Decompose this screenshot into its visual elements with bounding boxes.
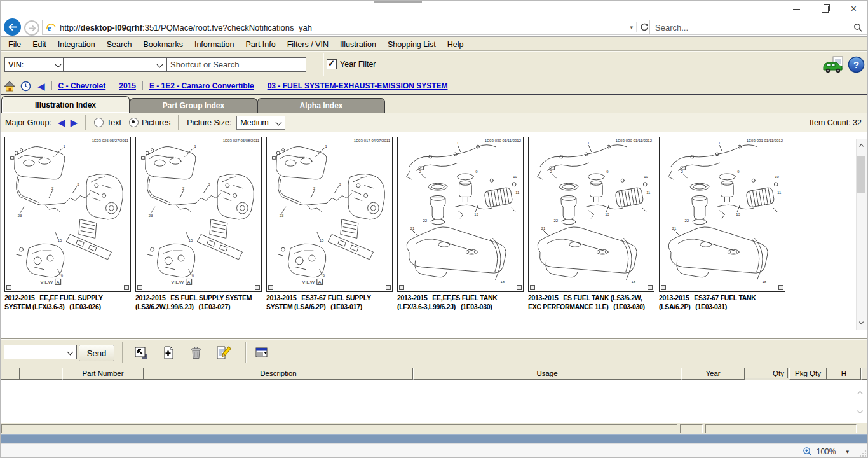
header-blank-col[interactable] xyxy=(20,368,62,380)
zoom-level: 100% xyxy=(817,447,836,456)
scroll-down-icon[interactable] xyxy=(858,320,864,326)
illustration-caption[interactable]: 2012-2015 ES FUEL SUPPLY SYSTEM (LS3/6.2… xyxy=(135,294,261,311)
close-button[interactable]: × xyxy=(839,0,868,18)
menu-integration[interactable]: Integration xyxy=(52,38,101,52)
forward-button[interactable] xyxy=(24,20,39,36)
send-button[interactable]: Send xyxy=(79,345,114,361)
illustration-caption[interactable]: 2013-2015 ES FUEL TANK (LS3/6.2W, EXC PE… xyxy=(528,294,654,311)
refresh-icon[interactable] xyxy=(640,23,649,32)
help-button[interactable]: ? xyxy=(848,56,865,76)
home-icon[interactable] xyxy=(4,81,15,92)
vehicle-report-button[interactable] xyxy=(822,56,845,76)
major-group-prev-icon[interactable]: ◀ xyxy=(58,118,65,127)
history-clock-icon[interactable] xyxy=(20,81,31,92)
pictures-radio-label: Pictures xyxy=(142,118,170,127)
illustration-tile-2[interactable]: 1E03-027 05/08/2011 2012-2015 ES FUEL SU… xyxy=(135,137,262,311)
restore-button[interactable] xyxy=(811,0,839,18)
illustration-tile-1[interactable]: 1E03-026 05/27/2011 2012-2015 EE,EF FUEL… xyxy=(4,137,132,311)
table-scroll-down-icon[interactable] xyxy=(857,406,864,418)
resize-image-button[interactable] xyxy=(132,344,149,361)
illustration-code: 1E03-031 01/11/2012 xyxy=(747,139,783,142)
breadcrumb-year[interactable]: 2015 xyxy=(119,81,136,90)
minimize-button[interactable] xyxy=(782,0,811,18)
shortcut-search-input[interactable] xyxy=(166,57,306,72)
menu-illustration[interactable]: Illustration xyxy=(334,38,382,52)
breadcrumb-model[interactable]: E - 1E2 - Camaro Convertible xyxy=(149,81,254,90)
search-input[interactable] xyxy=(654,22,853,33)
vin-select[interactable]: VIN: xyxy=(4,57,65,72)
menu-edit[interactable]: Edit xyxy=(27,38,52,52)
chevron-down-icon xyxy=(276,120,282,126)
header-usage[interactable]: Usage xyxy=(413,368,681,380)
major-group-next-icon[interactable]: ▶ xyxy=(71,118,78,127)
header-qty[interactable]: Qty xyxy=(745,368,788,378)
vehicle-select[interactable] xyxy=(63,57,166,72)
header-year[interactable]: Year xyxy=(681,368,745,380)
breadcrumb-back-icon[interactable]: ◀ xyxy=(37,81,45,91)
illustration-thumbnail[interactable]: 1E03-027 05/08/2011 xyxy=(135,137,262,292)
internet-explorer-icon: e xyxy=(45,22,57,32)
illustration-caption[interactable]: 2013-2015 ES37-67 FUEL SUPPLY SYSTEM (LS… xyxy=(266,294,392,311)
delete-button[interactable] xyxy=(187,344,204,361)
add-part-button[interactable] xyxy=(160,344,177,361)
breadcrumb-make[interactable]: C - Chevrolet xyxy=(58,81,106,90)
illustration-thumbnail[interactable]: 1E03-030 01/11/2012 xyxy=(528,137,654,292)
resize-grip[interactable] xyxy=(859,450,867,457)
zoom-control[interactable]: 100% ▾ xyxy=(803,447,849,457)
tab-part-group-index[interactable]: Part Group Index xyxy=(130,98,257,113)
illustration-tile-3[interactable]: 1E03-017 04/07/2011 2013-2015 ES37-67 FU… xyxy=(266,137,393,311)
header-part-number[interactable]: Part Number xyxy=(62,368,144,380)
parts-table-body[interactable] xyxy=(0,380,868,423)
illustration-thumbnail[interactable]: 1E03-026 05/27/2011 xyxy=(4,137,131,292)
menu-file[interactable]: File xyxy=(3,38,27,52)
tab-illustration-index[interactable]: Illustration Index xyxy=(1,96,130,113)
edit-note-button[interactable] xyxy=(214,344,231,361)
address-dropdown-icon[interactable]: ▾ xyxy=(630,24,633,31)
search-icon[interactable] xyxy=(853,23,863,32)
illustration-code: 1E03-026 05/27/2011 xyxy=(92,139,128,142)
menu-search[interactable]: Search xyxy=(101,38,138,52)
breadcrumb-group[interactable]: 03 - FUEL SYSTEM-EXHAUST-EMISSION SYSTEM xyxy=(268,81,448,90)
shopping-list-select[interactable] xyxy=(4,345,77,359)
illustration-code: 1E03-027 05/08/2011 xyxy=(223,139,259,142)
scrollbar-thumb[interactable] xyxy=(857,156,865,193)
menu-information[interactable]: Information xyxy=(189,38,240,52)
menu-shopping-list[interactable]: Shopping List xyxy=(382,38,442,52)
back-button[interactable] xyxy=(4,18,21,36)
pictures-radio[interactable] xyxy=(129,118,139,127)
picture-size-value: Medium xyxy=(240,118,268,127)
picture-size-select[interactable]: Medium xyxy=(236,116,285,130)
gallery-scrollbar[interactable] xyxy=(856,139,867,330)
illustration-caption[interactable]: 2013-2015 EE,EF,ES FUEL TANK (LFX/3.6-3,… xyxy=(397,294,523,311)
address-bar[interactable]: e http://desktop-l09qrhf:351/PQMace/root… xyxy=(42,20,652,35)
zoom-dropdown-icon[interactable]: ▾ xyxy=(846,448,849,455)
major-group-label: Major Group: xyxy=(5,118,51,127)
illustration-thumbnail[interactable]: 1E03-031 01/11/2012 xyxy=(659,137,785,292)
illustration-tile-4[interactable]: 1E03-030 01/11/2012 2013-2015 EE,EF,ES F… xyxy=(397,137,524,311)
header-pkg-qty[interactable]: Pkg Qty xyxy=(789,368,827,380)
column-settings-button[interactable] xyxy=(253,344,269,361)
table-scroll-up-icon[interactable] xyxy=(857,387,864,399)
illustration-caption[interactable]: 2012-2015 EE,EF FUEL SUPPLY SYSTEM (LFX/… xyxy=(4,294,130,311)
browser-search-box[interactable]: ▾ xyxy=(649,20,868,35)
illustration-thumbnail[interactable]: 1E03-017 04/07/2011 xyxy=(266,137,393,292)
menu-filters-vin[interactable]: Filters / VIN xyxy=(281,38,334,52)
menu-bookmarks[interactable]: Bookmarks xyxy=(137,38,189,52)
menu-part-info[interactable]: Part Info xyxy=(240,38,281,52)
scroll-up-icon[interactable] xyxy=(858,142,864,148)
illustration-caption[interactable]: 2013-2015 ES37-67 FUEL TANK (LSA/6.2P) (… xyxy=(659,294,785,311)
browser-navigation-bar: e http://desktop-l09qrhf:351/PQMace/root… xyxy=(0,18,868,37)
close-icon: × xyxy=(851,4,857,14)
main-toolbar: VIN: Year Filter ? xyxy=(0,51,868,78)
illustration-tile-5[interactable]: 1E03-030 01/11/2012 2013-2015 ES FUEL TA… xyxy=(528,137,655,311)
header-select-col[interactable] xyxy=(1,368,20,380)
header-description[interactable]: Description xyxy=(144,368,413,380)
text-radio[interactable] xyxy=(94,118,104,127)
header-h[interactable]: H xyxy=(827,368,861,380)
tab-alpha-index[interactable]: Alpha Index xyxy=(257,98,385,113)
illustration-thumbnail[interactable]: 1E03-030 01/11/2012 xyxy=(397,137,524,292)
illustration-tile-6[interactable]: 1E03-031 01/11/2012 2013-2015 ES37-67 FU… xyxy=(659,137,786,311)
svg-text:?: ? xyxy=(853,59,859,70)
menu-help[interactable]: Help xyxy=(442,38,470,52)
year-filter-checkbox[interactable] xyxy=(327,59,337,69)
